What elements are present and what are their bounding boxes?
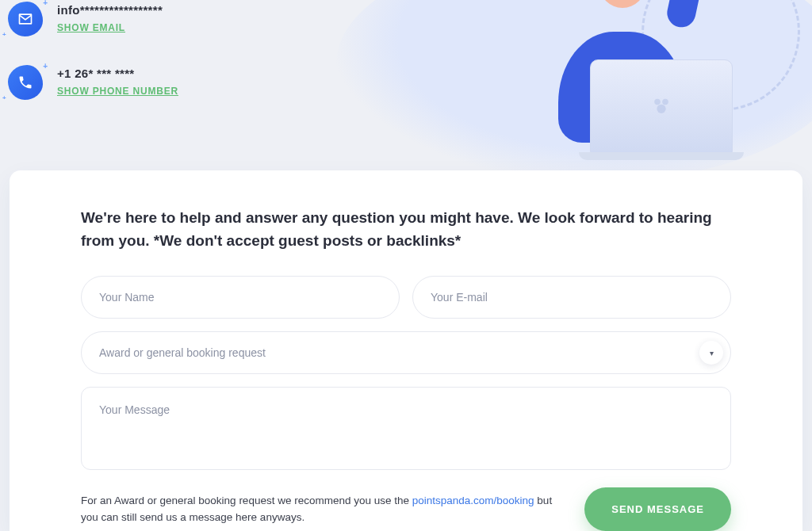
email-contact-block: ++ info***************** SHOW EMAIL [8,2,163,36]
email-input[interactable] [412,276,731,319]
form-note: For an Award or general booking request … [81,493,565,526]
email-masked-value: info***************** [57,3,163,17]
subject-select[interactable]: Award or general booking request [81,331,731,374]
show-email-link[interactable]: SHOW EMAIL [57,22,125,33]
hero-illustration [336,0,812,174]
form-heading: We're here to help and answer any questi… [81,207,731,252]
phone-contact-block: ++ +1 26* *** **** SHOW PHONE NUMBER [8,65,178,100]
laptop-logo-icon [649,94,673,118]
svg-point-0 [654,99,661,105]
note-prefix: For an Award or general booking request … [81,495,412,506]
phone-masked-value: +1 26* *** **** [57,67,178,80]
name-input[interactable] [81,276,400,319]
mail-icon: ++ [8,2,43,36]
message-textarea[interactable] [81,387,731,470]
phone-icon: ++ [8,65,43,100]
svg-point-1 [662,99,668,105]
show-phone-link[interactable]: SHOW PHONE NUMBER [57,86,178,97]
send-message-button[interactable]: SEND MESSAGE [584,487,731,531]
booking-link[interactable]: pointspanda.com/booking [412,495,534,506]
contact-info-section: ++ info***************** SHOW EMAIL ++ +… [0,0,812,166]
contact-form-card: We're here to help and answer any questi… [10,170,802,531]
svg-point-2 [657,105,665,113]
